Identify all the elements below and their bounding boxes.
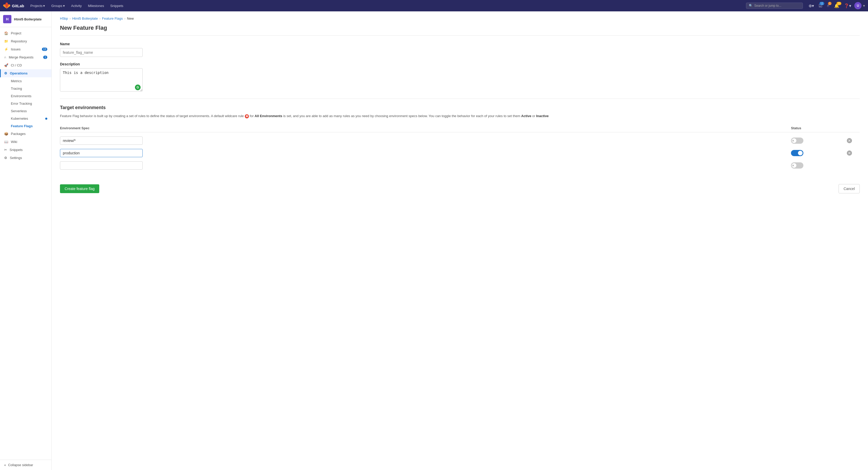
target-env-title: Target environments xyxy=(60,105,860,111)
textarea-wrapper: G xyxy=(60,68,143,92)
sidebar-item-operations[interactable]: ⚙ Operations xyxy=(0,69,52,77)
page-title: New Feature Flag xyxy=(60,25,860,36)
breadcrumb-sep-2: › xyxy=(99,17,100,21)
form-actions: Create feature flag Cancel xyxy=(60,180,860,193)
mr-badge: 1 xyxy=(43,56,47,59)
env-toggle-1[interactable]: ✕ xyxy=(791,137,803,144)
env-toggle-1-wrapper: ✕ xyxy=(791,137,843,144)
env-row-3: ✕ xyxy=(60,159,860,172)
env-row-3-input-wrapper xyxy=(60,161,787,169)
help-button[interactable]: ❓ ▾ xyxy=(842,2,853,9)
sidebar-item-project[interactable]: 🏠 Project xyxy=(0,29,52,37)
status-header: Status xyxy=(791,126,843,130)
env-toggle-2-slider: ✓ xyxy=(791,150,803,156)
top-navigation: GitLab Projects ▾ Groups ▾ Activity Mile… xyxy=(0,0,868,11)
cancel-button[interactable]: Cancel xyxy=(839,184,860,193)
sidebar-project-header: H Html5 Boilerplate xyxy=(0,11,52,27)
breadcrumb: H5bp › Html5 Boilerplate › Feature Flags… xyxy=(60,17,860,21)
nav-groups[interactable]: Groups ▾ xyxy=(49,3,67,9)
name-input[interactable] xyxy=(60,48,143,57)
issues-button[interactable]: 🔔 20 xyxy=(833,2,841,9)
todos-button[interactable]: ☑ 11 xyxy=(817,2,824,9)
gitlab-logo[interactable]: GitLab xyxy=(3,2,24,9)
main-layout: H Html5 Boilerplate 🏠 Project 📁 Reposito… xyxy=(0,11,868,470)
help-icon: ❓ xyxy=(844,3,849,8)
merge-requests-nav-icon: ⑃ xyxy=(4,55,6,59)
user-avatar[interactable]: U xyxy=(854,2,862,9)
plus-menu-button[interactable]: ⊕ ▾ xyxy=(807,2,815,9)
project-name: Html5 Boilerplate xyxy=(14,17,42,21)
inactive-label: Inactive xyxy=(536,114,549,118)
sidebar-item-settings[interactable]: ⚙ Settings xyxy=(0,154,52,162)
sidebar-item-error-tracking[interactable]: Error Tracking xyxy=(0,100,52,107)
sidebar-item-wiki[interactable]: 📖 Wiki xyxy=(0,138,52,146)
merge-requests-button[interactable]: ⑃ 1 xyxy=(825,2,831,9)
breadcrumb-project[interactable]: Html5 Boilerplate xyxy=(72,17,98,21)
env-toggle-3[interactable]: ✕ xyxy=(791,162,803,168)
main-content: H5bp › Html5 Boilerplate › Feature Flags… xyxy=(52,11,868,470)
grammarly-icon: G xyxy=(135,85,141,90)
env-input-3[interactable] xyxy=(60,161,143,169)
env-row-2-remove-button[interactable]: ✕ xyxy=(847,151,852,156)
settings-nav-icon: ⚙ xyxy=(4,156,7,160)
sidebar-item-metrics[interactable]: Metrics xyxy=(0,77,52,85)
nav-projects[interactable]: Projects ▾ xyxy=(28,3,47,9)
sidebar-nav: 🏠 Project 📁 Repository ⚡ Issues 13 ⑃ Mer… xyxy=(0,27,52,460)
nav-snippets[interactable]: Snippets xyxy=(108,3,125,9)
nav-milestones[interactable]: Milestones xyxy=(86,3,106,9)
env-input-1[interactable] xyxy=(60,136,143,145)
project-icon-avatar: H xyxy=(3,15,11,23)
repository-nav-icon: 📁 xyxy=(4,39,8,43)
name-label: Name xyxy=(60,42,860,46)
breadcrumb-sep-3: › xyxy=(124,17,125,21)
breadcrumb-feature-flags[interactable]: Feature Flags xyxy=(102,17,123,21)
sidebar-item-tracing[interactable]: Tracing xyxy=(0,85,52,92)
sidebar-item-serverless[interactable]: Serverless xyxy=(0,107,52,115)
sidebar-item-repository[interactable]: 📁 Repository xyxy=(0,37,52,45)
collapse-icon: « xyxy=(4,463,6,467)
name-form-group: Name xyxy=(60,42,860,57)
kubernetes-dot xyxy=(45,118,47,120)
env-row-2: ✓ ✕ xyxy=(60,147,860,159)
breadcrumb-h5bp[interactable]: H5bp xyxy=(60,17,68,21)
env-row-1-remove-button[interactable]: ✕ xyxy=(847,138,852,143)
snippets-nav-icon: ✂ xyxy=(4,148,7,152)
sidebar-item-cicd[interactable]: 🚀 CI / CD xyxy=(0,61,52,69)
sidebar-item-feature-flags[interactable]: Feature Flags xyxy=(0,122,52,130)
description-textarea[interactable] xyxy=(60,68,143,92)
sidebar-item-packages[interactable]: 📦 Packages xyxy=(0,130,52,138)
divider xyxy=(60,98,860,99)
create-feature-flag-button[interactable]: Create feature flag xyxy=(60,184,99,193)
breadcrumb-new: New xyxy=(127,17,134,21)
env-toggle-3-wrapper: ✕ xyxy=(791,162,843,168)
active-label: Active xyxy=(521,114,531,118)
nav-activity[interactable]: Activity xyxy=(69,3,84,9)
sidebar-item-kubernetes[interactable]: Kubernetes xyxy=(0,115,52,122)
env-spec-header: Environment Spec xyxy=(60,126,787,130)
operations-nav-icon: ⚙ xyxy=(4,71,7,75)
sidebar-item-issues[interactable]: ⚡ Issues 13 xyxy=(0,45,52,53)
env-row-2-remove-wrapper: ✕ xyxy=(847,151,860,156)
description-label: Description xyxy=(60,62,860,66)
sidebar-item-snippets[interactable]: ✂ Snippets xyxy=(0,146,52,154)
env-toggle-2[interactable]: ✓ xyxy=(791,150,803,156)
wildcard-icon: ✱ xyxy=(245,114,249,118)
env-row-1-input-wrapper xyxy=(60,136,787,145)
target-environments-section: Target environments Feature Flag behavio… xyxy=(60,105,860,193)
issues-badge: 13 xyxy=(42,48,47,51)
target-env-description: Feature Flag behavior is built up by cre… xyxy=(60,114,860,119)
env-input-2[interactable] xyxy=(60,149,143,157)
collapse-sidebar-button[interactable]: « Collapse sidebar xyxy=(0,460,52,470)
search-box[interactable]: 🔍 Search or jump to... xyxy=(746,3,803,9)
issues-nav-icon: ⚡ xyxy=(4,47,8,51)
plus-icon: ⊕ xyxy=(809,3,812,8)
env-row-2-input-wrapper xyxy=(60,149,787,157)
description-form-group: Description G xyxy=(60,62,860,92)
search-icon: 🔍 xyxy=(749,4,753,7)
sidebar-item-merge-requests[interactable]: ⑃ Merge Requests 1 xyxy=(0,53,52,61)
env-row-1: ✕ ✕ xyxy=(60,134,860,147)
project-nav-icon: 🏠 xyxy=(4,31,8,35)
env-table-header: Environment Spec Status xyxy=(60,124,860,132)
logo-text: GitLab xyxy=(12,4,24,8)
sidebar-item-environments[interactable]: Environments xyxy=(0,92,52,100)
